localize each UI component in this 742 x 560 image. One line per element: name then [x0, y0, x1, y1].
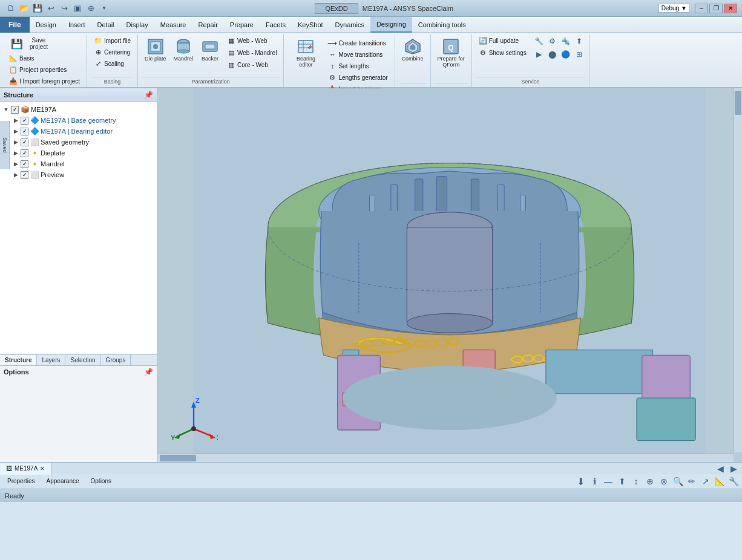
- tree-item-mandrel[interactable]: ▶ ✓ 🔸 Mandrel: [0, 158, 157, 169]
- centering-btn[interactable]: ⊕ Centering: [91, 47, 134, 57]
- props-tab-appearance[interactable]: Appearance: [42, 477, 84, 487]
- qa-box-btn[interactable]: ▣: [71, 2, 84, 15]
- menu-repair[interactable]: Repair: [192, 17, 223, 33]
- tree-check-saved[interactable]: ✓: [21, 138, 28, 146]
- lengths-generator-btn[interactable]: ⚙ Lengths generator: [325, 72, 390, 83]
- import-file-btn[interactable]: 📁 Import file: [91, 35, 134, 46]
- tree-check-root[interactable]: ✓: [11, 106, 19, 114]
- service-icon-8[interactable]: ⊞: [573, 48, 585, 60]
- qa-save-btn[interactable]: 💾: [31, 2, 44, 15]
- qa-open-btn[interactable]: 📂: [18, 2, 30, 15]
- service-icon-6[interactable]: ⬤: [547, 48, 559, 60]
- nav-next-icon[interactable]: ▶: [727, 463, 740, 475]
- move-transitions-btn[interactable]: ↔ Move transitions: [325, 49, 390, 60]
- toolbar-edit-icon[interactable]: ✏: [686, 475, 698, 487]
- bearing-editor-btn[interactable]: Bearing editor: [287, 35, 324, 70]
- debug-dropdown[interactable]: Debug ▼: [658, 4, 690, 13]
- props-tab-options[interactable]: Options: [86, 477, 116, 487]
- toolbar-select-icon[interactable]: ⊕: [644, 475, 656, 487]
- backer-btn[interactable]: Backer: [197, 35, 223, 64]
- minimize-btn[interactable]: –: [695, 4, 708, 13]
- menu-display[interactable]: Display: [120, 17, 154, 33]
- qa-new-btn[interactable]: 🗋: [5, 2, 17, 15]
- close-btn[interactable]: ✕: [724, 4, 737, 13]
- basis-btn[interactable]: 📐 Basis: [6, 53, 83, 63]
- bottom-tab-me197a[interactable]: 🖼 ME197A ✕: [0, 463, 51, 475]
- tab-selection[interactable]: Selection: [65, 355, 100, 365]
- toolbar-rotate-icon[interactable]: ⬇: [574, 475, 586, 487]
- tab-structure[interactable]: Structure: [0, 355, 37, 365]
- tree-expand-root[interactable]: ▼: [2, 106, 10, 113]
- service-icon-3[interactable]: 🔩: [560, 35, 572, 47]
- tree-check-mandrel[interactable]: ✓: [21, 160, 28, 168]
- menu-designing[interactable]: Designing: [370, 17, 412, 33]
- web-mandrel-btn[interactable]: ▤ Web - Mandrel: [224, 47, 280, 58]
- tab-groups[interactable]: Groups: [101, 355, 131, 365]
- qa-redo-btn[interactable]: ↪: [58, 2, 70, 15]
- menu-detail[interactable]: Detail: [91, 17, 120, 33]
- service-icon-1[interactable]: 🔧: [533, 35, 545, 47]
- tree-expand-dieplate[interactable]: ▶: [12, 149, 19, 157]
- save-project-btn[interactable]: 💾 Save project: [6, 35, 83, 52]
- menu-combining-tools[interactable]: Combining tools: [412, 17, 472, 33]
- tree-item-saved[interactable]: ▶ ✓ ⬜ Saved geometry: [0, 137, 157, 148]
- qa-plus-btn[interactable]: ⊕: [85, 2, 97, 15]
- tree-expand-base[interactable]: ▶: [12, 117, 19, 124]
- core-web-btn[interactable]: ▥ Core - Web: [224, 59, 280, 70]
- import-foreign-btn[interactable]: 📥 I Import foreign project: [6, 76, 83, 86]
- options-pin-icon[interactable]: 📌: [144, 368, 153, 376]
- toolbar-line-icon[interactable]: —: [602, 475, 614, 487]
- tree-check-dieplate[interactable]: ✓: [21, 149, 28, 157]
- toolbar-zoom-icon[interactable]: 🔍: [672, 475, 684, 487]
- viewport-hscroll-thumb[interactable]: [160, 455, 196, 461]
- tree-expand-bearing[interactable]: ▶: [12, 128, 19, 135]
- restore-btn[interactable]: ❐: [709, 4, 723, 13]
- menu-design[interactable]: Design: [30, 17, 62, 33]
- menu-dynamics[interactable]: Dynamics: [329, 17, 370, 33]
- toolbar-info-icon[interactable]: ℹ: [588, 475, 600, 487]
- tree-item-preview[interactable]: ▶ ✓ ⬜ Preview: [0, 169, 157, 180]
- viewport-vscroll-thumb[interactable]: [735, 91, 741, 115]
- toolbar-settings2-icon[interactable]: 🔧: [727, 475, 740, 487]
- menu-facets[interactable]: Facets: [260, 17, 292, 33]
- full-update-btn[interactable]: 🔄 Full update: [476, 35, 530, 46]
- tree-expand-mandrel[interactable]: ▶: [12, 160, 19, 168]
- toolbar-up-icon[interactable]: ⬆: [616, 475, 628, 487]
- tree-item-dieplate[interactable]: ▶ ✓ 🔸 Dieplate: [0, 148, 157, 158]
- props-tab-properties[interactable]: Properties: [2, 477, 40, 487]
- bottom-tab-close[interactable]: ✕: [40, 466, 45, 472]
- viewport-vscroll[interactable]: [734, 88, 742, 452]
- web-web-btn[interactable]: ▦ Web - Web: [224, 35, 280, 46]
- file-menu[interactable]: File: [0, 17, 30, 33]
- sidebar-pin-icon[interactable]: 📌: [144, 91, 153, 99]
- set-lengths-btn[interactable]: ↕ Set lengths: [325, 60, 390, 71]
- tree-expand-saved[interactable]: ▶: [12, 138, 19, 146]
- viewport-hscroll[interactable]: [157, 454, 734, 462]
- tree-expand-preview[interactable]: ▶: [12, 171, 19, 178]
- tree-check-preview[interactable]: ✓: [21, 171, 28, 179]
- tree-item-root[interactable]: ▼ ✓ 📦 ME197A: [0, 104, 157, 115]
- service-icon-4[interactable]: ⬆: [573, 35, 585, 47]
- toolbar-rotate2-icon[interactable]: ⊗: [658, 475, 670, 487]
- sidebar-vertical-tab[interactable]: Saved: [0, 121, 10, 169]
- die-plate-btn[interactable]: Die plate: [142, 35, 169, 64]
- tree-item-bearing[interactable]: ▶ ✓ 🔷 ME197A | Bearing editor: [0, 126, 157, 137]
- project-props-btn[interactable]: 📋 Project properties: [6, 64, 83, 75]
- toolbar-arrow-icon[interactable]: ↗: [700, 475, 712, 487]
- menu-measure[interactable]: Measure: [154, 17, 192, 33]
- service-icon-2[interactable]: ⚙: [547, 35, 559, 47]
- combine-btn[interactable]: Combine: [399, 35, 427, 64]
- qa-dropdown-btn[interactable]: ▼: [98, 2, 110, 15]
- prepare-qform-btn[interactable]: Q Prepare forQForm: [435, 35, 468, 70]
- tree-check-base[interactable]: ✓: [21, 117, 28, 125]
- window-tab-qexdd[interactable]: QExDD: [315, 3, 358, 14]
- menu-insert[interactable]: Insert: [62, 17, 91, 33]
- menu-keyshot[interactable]: KeyShot: [292, 17, 329, 33]
- qa-undo-btn[interactable]: ↩: [45, 2, 57, 15]
- tree-item-base[interactable]: ▶ ✓ 🔷 ME197A | Base geometry: [0, 115, 157, 126]
- toolbar-measure-icon[interactable]: 📐: [714, 475, 726, 487]
- nav-prev-icon[interactable]: ◀: [714, 463, 726, 475]
- toolbar-zoom-fit-icon[interactable]: ↕: [630, 475, 642, 487]
- tree-check-bearing[interactable]: ✓: [21, 128, 28, 135]
- tab-layers[interactable]: Layers: [37, 355, 65, 365]
